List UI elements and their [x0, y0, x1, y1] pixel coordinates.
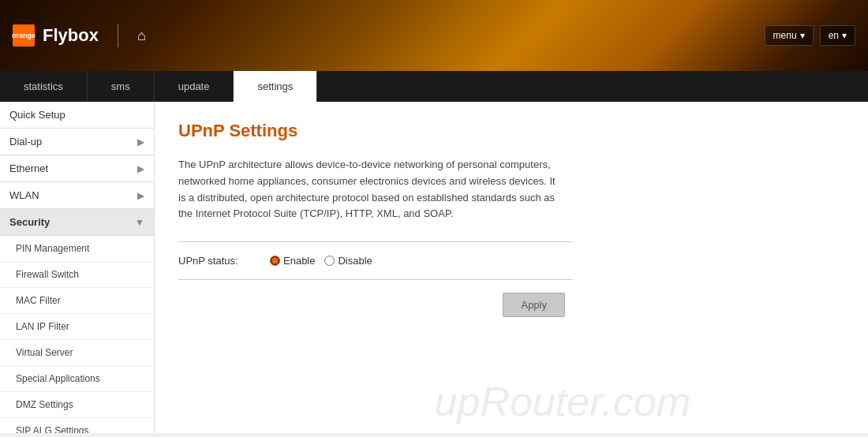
page-title: UPnP Settings [178, 121, 844, 141]
bottom-divider [178, 279, 573, 280]
upnp-status-label: UPnP status: [178, 255, 257, 267]
sidebar-label-special-applications: Special Applications [16, 373, 100, 384]
sidebar-item-virtual-server[interactable]: Virtual Server [0, 340, 154, 366]
main-layout: Quick Setup Dial-up ▶ Ethernet ▶ WLAN ▶ … [0, 102, 868, 433]
disable-label: Disable [338, 255, 372, 267]
watermark: upRouter.com [435, 378, 691, 425]
lang-button[interactable]: en ▾ [820, 25, 855, 46]
disable-radio[interactable] [324, 256, 335, 266]
sidebar-label-dial-up: Dial-up [9, 136, 42, 148]
header-controls: menu ▾ en ▾ [765, 25, 855, 46]
lang-label: en [829, 30, 839, 41]
lang-chevron-icon: ▾ [842, 30, 847, 41]
sidebar-item-sip-alg-settings[interactable]: SIP ALG Settings [0, 418, 154, 433]
page-description: The UPnP architecture allows device-to-d… [178, 157, 565, 222]
sidebar-item-dial-up[interactable]: Dial-up ▶ [0, 129, 154, 155]
sidebar-label-wlan: WLAN [9, 189, 39, 201]
orange-logo: orange [13, 24, 35, 47]
brand-title: Flybox [43, 25, 99, 46]
disable-option[interactable]: Disable [324, 255, 372, 267]
sidebar-label-quick-setup: Quick Setup [9, 109, 65, 121]
sidebar-label-security: Security [9, 216, 50, 228]
enable-option[interactable]: Enable [270, 255, 315, 267]
sidebar-label-mac-filter: MAC Filter [16, 295, 61, 306]
tab-sms[interactable]: sms [88, 71, 155, 102]
sidebar-item-special-applications[interactable]: Special Applications [0, 366, 154, 392]
chevron-wlan-icon: ▶ [137, 190, 144, 201]
sidebar-label-ethernet: Ethernet [9, 162, 48, 174]
sidebar-item-mac-filter[interactable]: MAC Filter [0, 288, 154, 314]
enable-label: Enable [283, 255, 315, 267]
home-icon[interactable]: ⌂ [137, 28, 146, 44]
upnp-radio-group: Enable Disable [270, 255, 372, 267]
sidebar-label-virtual-server: Virtual Server [16, 347, 73, 358]
sidebar-label-pin-management: PIN Management [16, 243, 89, 254]
sidebar-label-dmz-settings: DMZ Settings [16, 399, 73, 410]
menu-label: menu [773, 30, 797, 41]
sidebar-item-wlan[interactable]: WLAN ▶ [0, 182, 154, 209]
menu-chevron-icon: ▾ [800, 30, 805, 41]
sidebar-item-firewall-switch[interactable]: Firewall Switch [0, 262, 154, 288]
sidebar-item-security[interactable]: Security ▼ [0, 209, 154, 236]
sidebar-item-lan-ip-filter[interactable]: LAN IP Filter [0, 314, 154, 340]
sidebar-item-ethernet[interactable]: Ethernet ▶ [0, 155, 154, 182]
nav-tabs: statistics sms update settings [0, 71, 868, 102]
apply-button[interactable]: Apply [503, 293, 565, 317]
tab-statistics[interactable]: statistics [0, 71, 88, 102]
upnp-status-row: UPnP status: Enable Disable [178, 255, 844, 267]
enable-radio[interactable] [270, 256, 280, 266]
sidebar-item-quick-setup[interactable]: Quick Setup [0, 102, 154, 129]
chevron-dial-up-icon: ▶ [137, 136, 144, 148]
sidebar: Quick Setup Dial-up ▶ Ethernet ▶ WLAN ▶ … [0, 102, 155, 433]
top-divider [178, 241, 573, 242]
sidebar-label-sip-alg-settings: SIP ALG Settings [16, 425, 89, 433]
brand-area: orange Flybox ⌂ [13, 24, 146, 47]
header: orange Flybox ⌂ menu ▾ en ▾ [0, 0, 868, 71]
chevron-security-icon: ▼ [135, 217, 144, 228]
sidebar-item-dmz-settings[interactable]: DMZ Settings [0, 392, 154, 418]
tab-settings[interactable]: settings [234, 71, 317, 102]
sidebar-label-firewall-switch: Firewall Switch [16, 269, 79, 280]
tab-update[interactable]: update [155, 71, 234, 102]
sidebar-label-lan-ip-filter: LAN IP Filter [16, 321, 69, 332]
menu-button[interactable]: menu ▾ [765, 25, 814, 46]
chevron-ethernet-icon: ▶ [137, 163, 144, 174]
header-divider [118, 24, 118, 47]
content-area: UPnP Settings The UPnP architecture allo… [155, 102, 868, 433]
sidebar-item-pin-management[interactable]: PIN Management [0, 236, 154, 262]
